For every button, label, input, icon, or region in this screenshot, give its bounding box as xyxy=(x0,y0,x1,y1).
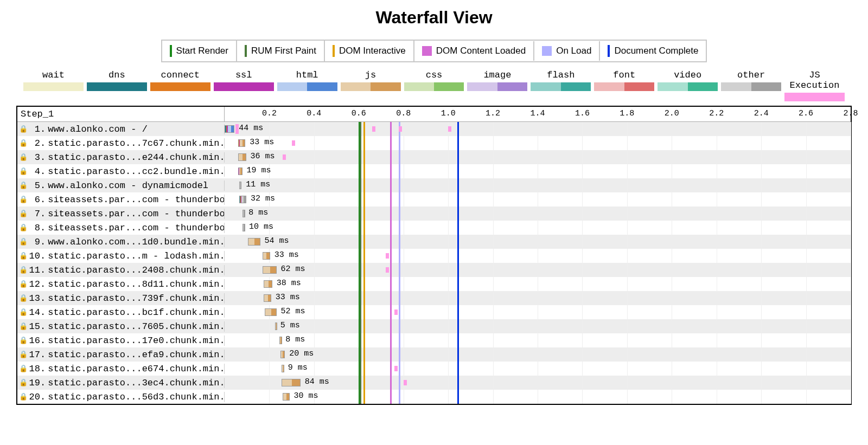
type-swatch xyxy=(721,82,781,91)
axis-tick: 1.8 xyxy=(620,107,634,118)
type-label: other xyxy=(721,70,781,80)
waterfall-row[interactable]: 🔒20.static.parasto...56d3.chunk.min.js30… xyxy=(17,390,851,404)
axis-tick: 1.2 xyxy=(486,107,500,118)
type-key: waitdnsconnectsslhtmljscssimageflashfont… xyxy=(0,70,868,102)
timing-bar[interactable] xyxy=(282,379,301,386)
row-label: 🔒7.siteassets.par...com - thunderbolt xyxy=(17,209,225,219)
timing-bar[interactable] xyxy=(264,280,272,288)
row-index: 16 xyxy=(28,336,40,346)
waterfall-row[interactable]: 🔒8.siteassets.par...com - thunderbolt10 … xyxy=(17,221,851,235)
row-chart: 33 ms xyxy=(225,136,851,150)
timing-bar[interactable] xyxy=(283,393,289,401)
resource-name: siteassets.par...com - thunderbolt xyxy=(46,209,225,219)
row-label: 🔒12.static.parasto...8d11.chunk.min.js xyxy=(17,279,225,289)
lock-icon: 🔒 xyxy=(20,139,27,147)
type-label: dns xyxy=(87,70,147,80)
waterfall-row[interactable]: 🔒6.siteassets.par...com - thunderbolt32 … xyxy=(17,192,851,207)
duration-label: 84 ms xyxy=(305,377,329,386)
jsexec-mark xyxy=(292,140,295,146)
waterfall-row[interactable]: 🔒9.www.alonko.com...1d0.bundle.min.js54 … xyxy=(17,235,851,249)
row-index: 17 xyxy=(28,350,40,360)
waterfall-row[interactable]: 🔒13.static.parasto...739f.chunk.min.js33… xyxy=(17,291,851,305)
timing-bar[interactable] xyxy=(239,182,242,189)
row-chart: 5 ms xyxy=(225,319,851,333)
timing-bar[interactable] xyxy=(242,224,245,231)
lock-icon: 🔒 xyxy=(20,153,27,162)
axis-tick: 2.6 xyxy=(799,107,813,118)
row-index: 7 xyxy=(28,209,40,219)
axis-tick: 2.8 xyxy=(843,107,858,118)
duration-label: 52 ms xyxy=(281,307,305,316)
waterfall-row[interactable]: 🔒5.www.alonko.com - dynamicmodel11 ms xyxy=(17,178,851,192)
waterfall-row[interactable]: 🔒14.static.parasto...bc1f.chunk.min.js52… xyxy=(17,305,851,319)
row-chart: 19 ms xyxy=(225,164,851,178)
waterfall-row[interactable]: 🔒4.static.parasto...cc2.bundle.min.js19 … xyxy=(17,164,851,178)
duration-label: 11 ms xyxy=(246,180,270,189)
timing-bar[interactable] xyxy=(282,365,284,372)
legend-label: DOM Interactive xyxy=(339,46,406,56)
waterfall-row[interactable]: 🔒10.static.parasto...m - lodash.min.js33… xyxy=(17,249,851,263)
type-label: ssl xyxy=(214,70,274,80)
duration-label: 54 ms xyxy=(265,236,289,246)
waterfall-row[interactable]: 🔒11.static.parasto...2408.chunk.min.js62… xyxy=(17,263,851,277)
waterfall-row[interactable]: 🔒15.static.parasto...7605.chunk.min.js5 … xyxy=(17,319,851,333)
row-index: 14 xyxy=(28,307,40,318)
type-label: wait xyxy=(23,70,84,80)
row-label: 🔒3.static.parasto...e244.chunk.min.js xyxy=(17,152,225,163)
row-chart: 8 ms xyxy=(225,333,851,347)
onload-swatch xyxy=(542,46,552,56)
timing-bar[interactable] xyxy=(280,351,285,358)
waterfall-row[interactable]: 🔒18.static.parasto...e674.chunk.min.js9 … xyxy=(17,362,851,376)
lock-icon: 🔒 xyxy=(20,350,27,359)
lock-icon: 🔒 xyxy=(20,266,27,274)
timing-bar[interactable] xyxy=(238,139,246,147)
timing-bar[interactable] xyxy=(238,153,246,161)
type-label: html xyxy=(277,70,337,80)
row-chart: 84 ms xyxy=(225,376,851,390)
resource-name: static.parasto...3ec4.chunk.min.js xyxy=(46,378,225,388)
legend-start_render: Start Render xyxy=(162,41,237,61)
row-chart: 38 ms xyxy=(225,277,851,291)
duration-label: 38 ms xyxy=(277,279,301,288)
waterfall-row[interactable]: 🔒19.static.parasto...3ec4.chunk.min.js84… xyxy=(17,376,851,390)
row-index: 19 xyxy=(28,378,40,388)
timing-bar[interactable] xyxy=(279,337,282,344)
timing-bar[interactable] xyxy=(265,308,276,316)
timing-bar[interactable] xyxy=(242,210,245,217)
timing-bar[interactable] xyxy=(263,252,270,260)
waterfall-row[interactable]: 🔒1.www.alonko.com - /44 ms xyxy=(17,122,851,136)
timing-bar[interactable] xyxy=(263,266,277,274)
type-swatch xyxy=(784,93,845,101)
lock-icon: 🔒 xyxy=(20,294,27,302)
row-chart: 10 ms xyxy=(225,221,851,235)
type-label: video xyxy=(658,70,718,80)
timing-bar[interactable] xyxy=(238,167,242,175)
row-label: 🔒13.static.parasto...739f.chunk.min.js xyxy=(17,293,225,304)
resource-name: static.parasto...739f.chunk.min.js xyxy=(46,293,225,304)
row-label: 🔒18.static.parasto...e674.chunk.min.js xyxy=(17,364,225,374)
waterfall-row[interactable]: 🔒12.static.parasto...8d11.chunk.min.js38… xyxy=(17,277,851,291)
resource-name: static.parasto...7c67.chunk.min.js xyxy=(46,138,225,149)
legend-dom_int: DOM Interactive xyxy=(325,41,414,61)
duration-label: 19 ms xyxy=(247,166,271,175)
waterfall-row[interactable]: 🔒7.siteassets.par...com - thunderbolt8 m… xyxy=(17,207,851,221)
resource-name: static.parasto...cc2.bundle.min.js xyxy=(46,166,225,177)
timing-bar[interactable] xyxy=(239,196,246,203)
row-index: 1 xyxy=(28,124,40,134)
type-label: font xyxy=(594,70,654,80)
waterfall-row[interactable]: 🔒16.static.parasto...17e0.chunk.min.js8 … xyxy=(17,333,851,347)
waterfall-row[interactable]: 🔒17.static.parasto...efa9.chunk.min.js20… xyxy=(17,347,851,362)
axis-tick: 2.2 xyxy=(709,107,724,118)
row-chart: 8 ms xyxy=(225,207,851,221)
timing-bar[interactable] xyxy=(275,323,278,330)
timing-bar[interactable] xyxy=(264,294,271,302)
resource-name: static.parasto...m - lodash.min.js xyxy=(46,251,225,261)
row-label: 🔒11.static.parasto...2408.chunk.min.js xyxy=(17,265,225,275)
waterfall-row[interactable]: 🔒3.static.parasto...e244.chunk.min.js36 … xyxy=(17,150,851,164)
timing-bar[interactable] xyxy=(248,238,260,246)
lock-icon: 🔒 xyxy=(20,209,27,218)
waterfall-row[interactable]: 🔒2.static.parasto...7c67.chunk.min.js33 … xyxy=(17,136,851,150)
waterfall: Step_1 0.20.40.60.81.01.21.41.61.82.02.2… xyxy=(16,106,852,405)
timing-bar[interactable] xyxy=(225,125,234,133)
lock-icon: 🔒 xyxy=(20,378,27,387)
